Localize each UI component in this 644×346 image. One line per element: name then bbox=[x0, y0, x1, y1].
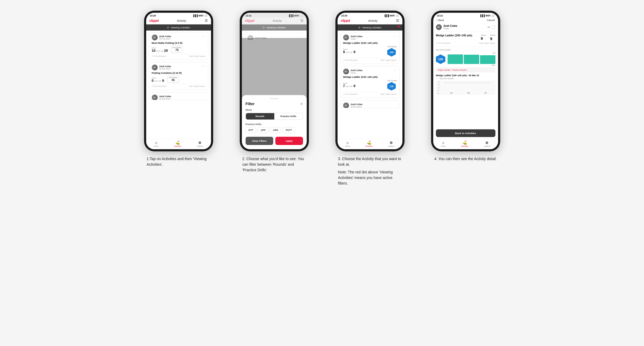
avatar-1-3: JC bbox=[152, 95, 158, 100]
caption-text-1: 1.Tap on Activities and then 'Viewing Ac… bbox=[147, 156, 211, 167]
nav-hamburger-3[interactable]: ☰ bbox=[396, 19, 399, 23]
wifi-icon-1: WiFi bbox=[199, 14, 204, 17]
chart-label-4: APP bbox=[491, 65, 495, 66]
detail-main-score-4: Wedge Ladder (100–140 yds) Score 9 bbox=[436, 34, 495, 45]
phone1-wrapper: 13:20 ▐▐▐ WiFi ⬜ clippd Activity ☰ bbox=[144, 11, 213, 151]
filter-icon-1: ⚙ bbox=[167, 26, 169, 29]
step3-col: 13:20 ▐▐▐ WiFi ⬜ clippd Activity ☰ bbox=[327, 11, 413, 186]
status-icons-4: ▐▐▐ WiFi ⬜ bbox=[479, 14, 494, 17]
tab-activities-3[interactable]: ⛳ Activities bbox=[365, 140, 373, 147]
chip-arg-2[interactable]: ARG bbox=[270, 127, 281, 133]
phone2: 13:21 ▐▐▐ WiFi ⬜ clippd Activity ☰ bbox=[240, 11, 309, 151]
viewing-bar-3[interactable]: ⚙ Viewing Activities bbox=[338, 24, 402, 31]
edit-icon-4[interactable]: ✏ bbox=[487, 25, 490, 29]
nav-title-3: Activity bbox=[368, 19, 378, 22]
activity-card-1-3[interactable]: JC Josh Coles 28 Feb 2023 bbox=[149, 92, 208, 100]
tab-activities-1[interactable]: ⛳ Activities bbox=[174, 140, 182, 147]
card-dots-3-1[interactable]: ··· bbox=[393, 35, 397, 38]
card-user-3-2: JC Josh Coles Today bbox=[343, 69, 363, 74]
red-dot-3 bbox=[398, 25, 400, 27]
caption-text-4: 4. You can then see the Activity detail. bbox=[434, 156, 497, 162]
filter-toggle-drills-2[interactable]: Practice Drills bbox=[274, 113, 303, 119]
tab-capture-3[interactable]: ⊕ Capture bbox=[388, 140, 395, 147]
sub-chart-4: 140 120 100 80 60 132 bbox=[436, 80, 495, 95]
activity-card-1-2[interactable]: JC Josh Coles 28 Feb 2023 ··· Putting Co… bbox=[149, 62, 208, 90]
apply-button-2[interactable]: Apply bbox=[275, 137, 303, 145]
card-dots-1-1[interactable]: ··· bbox=[202, 35, 205, 38]
phone3-screen: 13:20 ▐▐▐ WiFi ⬜ clippd Activity ☰ bbox=[338, 13, 402, 149]
phone1: 13:20 ▐▐▐ WiFi ⬜ clippd Activity ☰ bbox=[144, 11, 213, 151]
caption-2: 2. Choose what you'd like to see. You ca… bbox=[242, 156, 306, 173]
user-info-1-3: Josh Coles 28 Feb 2023 bbox=[159, 95, 171, 100]
filter-icon-3: ⚙ bbox=[358, 26, 360, 29]
detail-info-row-4: ⓘ Test Information Data: Clippd Capture bbox=[436, 42, 495, 45]
tab-home-1[interactable]: ⌂ Home bbox=[154, 140, 159, 147]
chip-ott-2[interactable]: OTT bbox=[246, 127, 256, 133]
activity-card-3-1[interactable]: JC Josh Coles Today ··· Wedge Ladder (10… bbox=[340, 32, 400, 64]
filter-header-2: Filter ✕ bbox=[246, 102, 303, 106]
back-button-4[interactable]: < Back bbox=[436, 19, 444, 22]
tab-home-3[interactable]: ⌂ Home bbox=[345, 140, 350, 147]
home-icon-3: ⌂ bbox=[346, 140, 348, 145]
footer-left-3-1: ⓘ Test Information bbox=[343, 59, 358, 62]
tab-capture-1[interactable]: ⊕ Capture bbox=[197, 140, 203, 147]
chip-app-2[interactable]: APP bbox=[258, 127, 269, 133]
card-dots-1-2[interactable]: ··· bbox=[202, 65, 205, 68]
y-120: 120 bbox=[437, 84, 440, 86]
hex-badge-3-1: 130 bbox=[387, 48, 396, 57]
avatar-3-3: JC bbox=[343, 102, 349, 108]
chart-x-label-4: APP bbox=[448, 65, 495, 66]
user-name-1-2: Josh Coles bbox=[159, 65, 171, 68]
status-bar-1: 13:20 ▐▐▐ WiFi ⬜ bbox=[146, 13, 211, 18]
activities-icon-3: ⛳ bbox=[367, 140, 371, 145]
hex-badge-wrapper-3-2: Shot Quality 118 bbox=[387, 80, 397, 91]
phone4: 13:21 ▐▐▐ WiFi ⬜ < Back Cancel bbox=[431, 11, 500, 151]
activity-card-1-1[interactable]: JC Josh Coles 28 Feb 2023 ··· Must Make … bbox=[149, 32, 208, 60]
nav-hamburger-2[interactable]: ☰ bbox=[300, 19, 304, 23]
avg-shot-row-4: 130 130 bbox=[436, 52, 495, 66]
clear-filters-button-2[interactable]: Clear Filters bbox=[246, 137, 273, 145]
score-value-1-2: 0 bbox=[152, 79, 154, 83]
card-dots-3-2[interactable]: ··· bbox=[393, 69, 397, 72]
detail-drill-title-4: Wedge Ladder (100–140 yds) bbox=[436, 34, 481, 37]
activities-icon-4: ⛳ bbox=[462, 140, 467, 145]
expand-icon-4[interactable]: ⛶ bbox=[492, 25, 495, 29]
sub-detail-section-4: Wedge Ladder (100–140 yds) - 06 Mar 23 →… bbox=[436, 74, 495, 95]
status-bar-3: 13:20 ▐▐▐ WiFi ⬜ bbox=[338, 13, 402, 18]
sq-label-3-1: Shot Quality bbox=[387, 46, 397, 48]
card-header-3-3: JC Josh Coles 28 Feb 2023 bbox=[343, 102, 397, 108]
card-header-1-1: JC Josh Coles 28 Feb 2023 ··· bbox=[152, 35, 205, 40]
tab-bar-1: ⌂ Home ⛳ Activities ⊕ Capture bbox=[146, 139, 211, 149]
tab-home-4[interactable]: ⌂ Home bbox=[441, 140, 446, 147]
tab-capture-4[interactable]: ⊕ Capture bbox=[484, 140, 490, 147]
back-activities-button-4[interactable]: Back to Activities bbox=[436, 129, 495, 137]
activity-card-3-2[interactable]: JC Josh Coles Today ··· Wedge Ladder (10… bbox=[340, 66, 400, 98]
activity-card-3-3[interactable]: JC Josh Coles 28 Feb 2023 bbox=[340, 100, 400, 108]
phone4-screen: 13:21 ▐▐▐ WiFi ⬜ < Back Cancel bbox=[433, 13, 498, 149]
chart-bars-4 bbox=[448, 54, 495, 64]
filter-chips-2: OTT APP ARG PUTT bbox=[246, 127, 303, 133]
sub-bar-col-3: 124 bbox=[477, 92, 494, 94]
filter-close-2[interactable]: ✕ bbox=[300, 102, 303, 106]
chip-putt-2[interactable]: PUTT bbox=[283, 127, 295, 133]
filter-icon-2: ⚙ bbox=[263, 26, 265, 29]
hex-badge-3-2: 118 bbox=[387, 82, 396, 91]
sq-value-1-2: 45 bbox=[171, 78, 175, 82]
practice-link-4[interactable]: Practice Session bbox=[452, 69, 467, 71]
score-value-1-1: 10 bbox=[152, 49, 155, 53]
shots-col-4: Shots 9 bbox=[490, 34, 495, 41]
card-stats-1-2: Score 0 OUT OF 9 Shot Quality 45 bbox=[152, 76, 205, 83]
scroll-area-1: JC Josh Coles 28 Feb 2023 ··· Must Make … bbox=[146, 31, 211, 139]
card-user-1-1: JC Josh Coles 28 Feb 2023 bbox=[152, 35, 171, 40]
viewing-bar-text-2: Viewing Activities bbox=[266, 26, 286, 29]
nav-bar-1: clippd Activity ☰ bbox=[146, 18, 211, 24]
out-of-3-2: OUT OF bbox=[346, 86, 353, 87]
viewing-bar-1[interactable]: ⚙ Viewing Activities bbox=[146, 24, 211, 31]
filter-toggle-rounds-2[interactable]: Rounds bbox=[246, 113, 274, 119]
cancel-button-4[interactable]: Cancel bbox=[487, 19, 495, 22]
tab-activities-4[interactable]: ⛳ Activities bbox=[461, 140, 469, 147]
sub-chart-y-4: 140 120 100 80 60 bbox=[437, 82, 440, 94]
scroll-area-3: JC Josh Coles Today ··· Wedge Ladder (10… bbox=[338, 31, 402, 139]
nav-hamburger-1[interactable]: ☰ bbox=[205, 19, 208, 23]
status-bar-4: 13:21 ▐▐▐ WiFi ⬜ bbox=[433, 13, 498, 18]
